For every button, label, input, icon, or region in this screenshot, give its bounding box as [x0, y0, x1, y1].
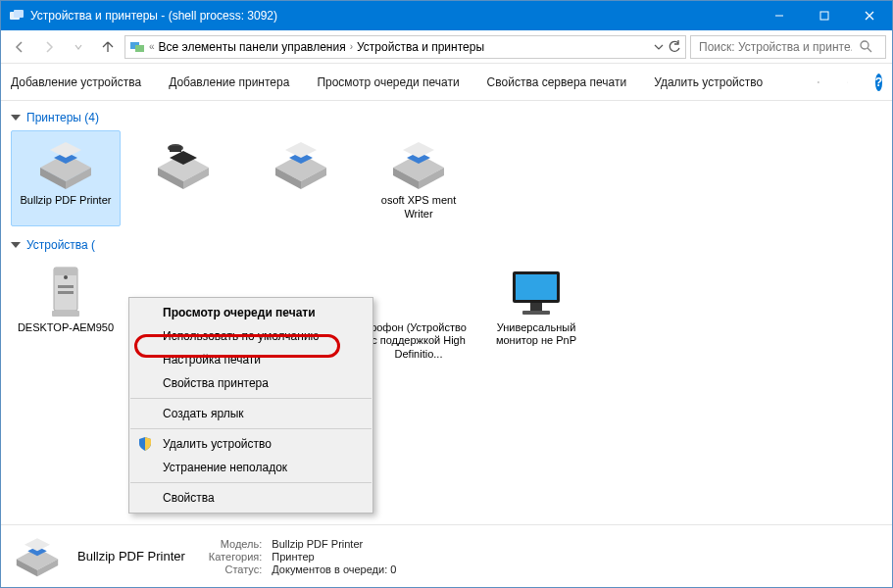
- dropdown-icon[interactable]: [652, 40, 666, 54]
- chevron-down-icon[interactable]: [847, 78, 848, 86]
- group-printers-title: Принтеры (4): [26, 111, 99, 124]
- view-print-queue-button[interactable]: Просмотр очереди печати: [317, 75, 459, 89]
- svg-rect-12: [818, 82, 819, 83]
- svg-rect-7: [135, 45, 144, 52]
- maximize-button[interactable]: [802, 1, 847, 30]
- view-options-icon[interactable]: [818, 75, 819, 89]
- item-label: DESKTOP-AEM950: [18, 321, 114, 335]
- separator: [130, 398, 372, 399]
- svg-rect-42: [516, 274, 557, 300]
- command-bar: Добавление устройства Добавление принтер…: [1, 64, 892, 101]
- group-devices-title: Устройства (: [26, 238, 95, 252]
- ctx-set-default[interactable]: Использовать по умолчанию: [129, 324, 372, 348]
- printer-item-bullzip[interactable]: Bullzip PDF Printer: [11, 130, 121, 226]
- device-item-mic[interactable]: рофон (Устройство с поддержкой High Defi…: [364, 258, 473, 367]
- item-label: osoft XPS ment Writer: [367, 194, 471, 221]
- printer-item-3[interactable]: [246, 130, 356, 226]
- details-status-value: Документов в очереди: 0: [272, 564, 396, 575]
- remove-device-button[interactable]: Удалить устройство: [654, 75, 763, 89]
- device-item-desktop[interactable]: DESKTOP-AEM950: [11, 258, 121, 367]
- svg-rect-39: [58, 291, 74, 294]
- back-button[interactable]: [7, 34, 32, 60]
- details-name: Bullzip PDF Printer: [77, 549, 185, 564]
- details-model-value: Bullzip PDF Printer: [272, 538, 396, 550]
- printer-icon: [387, 138, 450, 191]
- context-menu: Просмотр очереди печати Использовать по …: [128, 297, 373, 514]
- ctx-properties[interactable]: Свойства: [129, 486, 372, 510]
- details-status-key: Статус:: [209, 564, 262, 575]
- svg-marker-18: [50, 142, 81, 158]
- collapse-caret-icon: [11, 242, 21, 248]
- svg-marker-29: [285, 142, 317, 158]
- svg-rect-13: [819, 82, 819, 83]
- window-root: Устройства и принтеры - (shell process: …: [0, 0, 893, 588]
- ctx-remove-device[interactable]: Удалить устройство: [129, 432, 372, 456]
- ctx-create-shortcut[interactable]: Создать ярлык: [129, 402, 372, 425]
- svg-rect-44: [522, 311, 550, 315]
- details-category-key: Категория:: [209, 551, 262, 563]
- svg-point-37: [64, 275, 68, 279]
- refresh-icon[interactable]: [668, 40, 681, 54]
- details-model-key: Модель:: [209, 538, 262, 550]
- item-label: Универсальный монитор не PnP: [484, 321, 588, 349]
- breadcrumb-seg-1[interactable]: Все элементы панели управления: [159, 40, 346, 54]
- computer-icon: [42, 264, 89, 320]
- search-icon: [860, 40, 872, 53]
- svg-rect-1: [14, 10, 24, 18]
- shield-icon: [137, 436, 153, 452]
- title-bar: Устройства и принтеры - (shell process: …: [1, 1, 892, 30]
- group-printers-header[interactable]: Принтеры (4): [11, 111, 882, 124]
- control-panel-icon: [129, 39, 145, 55]
- item-label: рофон (Устройство с поддержкой High Defi…: [367, 321, 471, 362]
- svg-rect-24: [170, 146, 181, 152]
- printer-icon: [34, 138, 97, 191]
- devices-icon: [9, 8, 25, 24]
- svg-marker-49: [25, 538, 50, 551]
- svg-marker-34: [403, 142, 434, 158]
- up-button[interactable]: [95, 34, 121, 60]
- help-icon[interactable]: ?: [875, 74, 882, 91]
- svg-line-9: [868, 48, 871, 52]
- add-device-button[interactable]: Добавление устройства: [11, 75, 141, 89]
- group-devices-header[interactable]: Устройства (: [11, 238, 882, 252]
- chevron-right-icon: ›: [350, 41, 353, 52]
- ctx-print-prefs[interactable]: Настройка печати: [129, 348, 372, 371]
- ctx-view-queue[interactable]: Просмотр очереди печати: [129, 301, 372, 324]
- ctx-troubleshoot[interactable]: Устранение неполадок: [129, 456, 372, 479]
- recent-dropdown[interactable]: [66, 34, 91, 60]
- print-server-properties-button[interactable]: Свойства сервера печати: [487, 75, 627, 89]
- monitor-icon: [505, 266, 568, 318]
- details-pane: Bullzip PDF Printer Модель: Bullzip PDF …: [1, 524, 892, 587]
- printer-item-fax[interactable]: [128, 130, 238, 226]
- fax-icon: [152, 138, 215, 191]
- svg-point-8: [861, 41, 868, 49]
- breadcrumb-seg-2[interactable]: Устройства и принтеры: [357, 40, 484, 54]
- printer-icon: [270, 138, 332, 191]
- printer-item-xps[interactable]: osoft XPS ment Writer: [364, 130, 473, 226]
- svg-rect-40: [52, 311, 79, 317]
- content-area: Принтеры (4) Bullzip PDF Printer osoft X…: [1, 101, 892, 524]
- svg-rect-38: [58, 285, 74, 288]
- details-category-value: Принтер: [272, 551, 396, 563]
- search-box[interactable]: [690, 35, 886, 59]
- svg-rect-36: [54, 268, 77, 275]
- svg-rect-43: [530, 303, 542, 311]
- window-buttons: [757, 1, 892, 30]
- ctx-printer-props[interactable]: Свойства принтера: [129, 371, 372, 395]
- window-title: Устройства и принтеры - (shell process: …: [30, 9, 757, 23]
- nav-row: « Все элементы панели управления › Устро…: [1, 30, 892, 64]
- collapse-caret-icon: [11, 115, 21, 121]
- item-label: Bullzip PDF Printer: [21, 194, 112, 208]
- forward-button[interactable]: [36, 34, 62, 60]
- printers-items: Bullzip PDF Printer osoft XPS ment Write…: [11, 130, 882, 226]
- printer-icon: [11, 535, 64, 578]
- close-button[interactable]: [847, 1, 892, 30]
- svg-rect-11: [819, 81, 819, 82]
- separator: [130, 482, 372, 483]
- address-bar[interactable]: « Все элементы панели управления › Устро…: [124, 35, 686, 59]
- minimize-button[interactable]: [757, 1, 802, 30]
- svg-rect-3: [820, 12, 828, 20]
- device-item-monitor[interactable]: Универсальный монитор не PnP: [481, 258, 591, 367]
- search-input[interactable]: [697, 39, 854, 55]
- add-printer-button[interactable]: Добавление принтера: [169, 75, 289, 89]
